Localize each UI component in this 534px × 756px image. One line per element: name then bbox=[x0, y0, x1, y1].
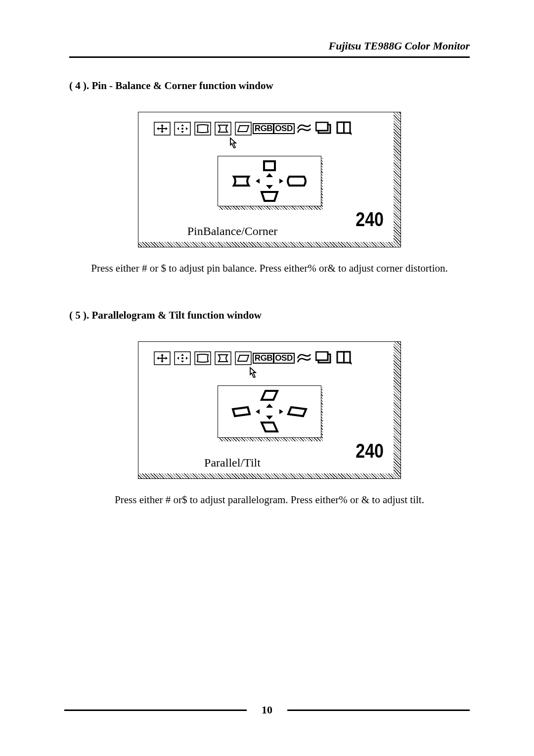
degauss-icon bbox=[295, 351, 313, 366]
shadow-bottom bbox=[138, 473, 400, 478]
size-icon bbox=[174, 121, 191, 136]
footer-rule-right bbox=[287, 709, 470, 711]
rgb-icon: RGB bbox=[255, 351, 272, 366]
svg-marker-20 bbox=[256, 179, 260, 184]
page-number: 10 bbox=[262, 704, 272, 716]
top-shape-icon bbox=[260, 389, 279, 403]
parallel-icon bbox=[234, 351, 252, 366]
osd-icon: OSD bbox=[275, 121, 293, 136]
svg-marker-23 bbox=[279, 179, 283, 184]
osd-value-4: 240 bbox=[178, 208, 401, 231]
svg-marker-33 bbox=[181, 361, 184, 363]
bottom-shape-icon bbox=[260, 190, 279, 203]
svg-marker-11 bbox=[186, 127, 188, 130]
page-header: Fujitsu TE988G Color Monitor bbox=[69, 40, 470, 58]
position-icon bbox=[153, 351, 171, 366]
svg-point-36 bbox=[181, 357, 183, 359]
svg-rect-38 bbox=[215, 352, 231, 365]
svg-marker-22 bbox=[266, 185, 273, 189]
osd-value-5: 240 bbox=[178, 440, 401, 462]
osd-icon-row: RGB OSD bbox=[138, 342, 400, 368]
size-icon bbox=[174, 351, 191, 366]
svg-marker-4 bbox=[161, 131, 164, 133]
svg-marker-35 bbox=[186, 357, 188, 360]
osd-icon: OSD bbox=[275, 351, 293, 366]
arrow-right-icon bbox=[278, 409, 284, 415]
dpad-center-icon bbox=[263, 172, 276, 190]
osd-window-parallel: RGB OSD 240 Parall bbox=[138, 341, 401, 479]
svg-rect-14 bbox=[215, 122, 231, 135]
right-shape-icon bbox=[286, 174, 308, 189]
svg-marker-9 bbox=[181, 131, 184, 133]
parallel-icon bbox=[234, 121, 252, 136]
svg-point-12 bbox=[181, 128, 183, 130]
svg-rect-13 bbox=[195, 122, 211, 135]
dpad-control-parallel bbox=[218, 385, 321, 438]
svg-marker-6 bbox=[166, 127, 168, 130]
arrow-left-icon bbox=[255, 178, 261, 184]
svg-marker-32 bbox=[181, 354, 184, 356]
rgb-icon: RGB bbox=[255, 121, 272, 136]
osd-window-pinbalance: RGB OSD 240 PinBal bbox=[138, 112, 401, 247]
top-shape-icon bbox=[261, 159, 278, 172]
footer-rule-left bbox=[64, 709, 247, 711]
left-shape-icon bbox=[231, 174, 253, 189]
arrow-left-icon bbox=[255, 409, 261, 415]
pincushion-icon bbox=[194, 351, 212, 366]
svg-marker-44 bbox=[256, 409, 260, 414]
svg-marker-34 bbox=[177, 357, 179, 360]
svg-marker-47 bbox=[279, 409, 283, 414]
svg-marker-8 bbox=[181, 124, 184, 126]
section-4-instruction: Press either # or $ to adjust pin balanc… bbox=[69, 262, 470, 275]
svg-marker-27 bbox=[161, 354, 164, 356]
osd-icon-row: RGB OSD bbox=[138, 112, 400, 138]
svg-marker-29 bbox=[157, 357, 159, 360]
left-shape-icon bbox=[231, 404, 253, 419]
svg-rect-19 bbox=[343, 122, 345, 133]
svg-rect-17 bbox=[316, 122, 328, 131]
svg-marker-3 bbox=[161, 124, 164, 126]
recall-icon bbox=[315, 121, 333, 136]
svg-rect-43 bbox=[343, 352, 345, 363]
svg-rect-39 bbox=[235, 352, 251, 365]
page-footer: 10 bbox=[64, 704, 470, 716]
svg-marker-30 bbox=[166, 357, 168, 360]
svg-marker-28 bbox=[161, 361, 164, 363]
degauss-icon bbox=[295, 121, 313, 136]
pinbalance-icon bbox=[214, 351, 232, 366]
selection-pointer bbox=[138, 367, 400, 381]
svg-rect-37 bbox=[195, 352, 211, 365]
section-4-title: ( 4 ). Pin - Balance & Corner function w… bbox=[69, 80, 470, 92]
pinbalance-icon bbox=[214, 121, 232, 136]
bottom-shape-icon bbox=[260, 421, 279, 434]
pincushion-icon bbox=[194, 121, 212, 136]
svg-marker-45 bbox=[266, 404, 273, 408]
svg-marker-46 bbox=[266, 416, 273, 420]
right-shape-icon bbox=[286, 404, 308, 419]
svg-rect-15 bbox=[235, 122, 251, 135]
selection-pointer bbox=[138, 137, 400, 152]
position-icon bbox=[153, 121, 171, 136]
section-5-instruction: Press either # or$ to adjust parallelogr… bbox=[69, 494, 470, 506]
dpad-control-pinbalance bbox=[218, 156, 321, 206]
dpad-center-icon bbox=[263, 403, 276, 421]
section-5-title: ( 5 ). Parallelogram & Tilt function win… bbox=[69, 309, 470, 322]
svg-marker-21 bbox=[266, 173, 273, 177]
svg-marker-5 bbox=[157, 127, 159, 130]
svg-rect-41 bbox=[316, 352, 328, 360]
recall-icon bbox=[315, 351, 333, 366]
svg-marker-10 bbox=[177, 127, 179, 130]
exit-icon bbox=[336, 121, 354, 136]
shadow-bottom bbox=[138, 242, 400, 247]
exit-icon bbox=[336, 351, 354, 366]
arrow-right-icon bbox=[278, 178, 284, 184]
